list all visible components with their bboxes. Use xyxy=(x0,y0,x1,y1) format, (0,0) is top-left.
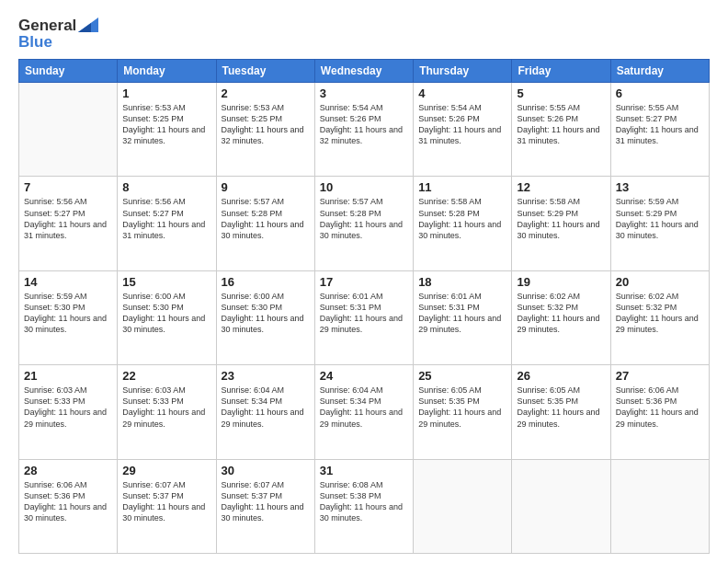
day-number: 5 xyxy=(517,86,605,100)
day-number: 31 xyxy=(320,464,408,477)
day-number: 24 xyxy=(320,369,408,383)
day-number: 17 xyxy=(320,275,408,289)
weekday-header-friday: Friday xyxy=(512,60,610,83)
day-info: Sunrise: 6:04 AMSunset: 5:34 PMDaylight:… xyxy=(320,385,408,430)
day-info: Sunrise: 5:58 AMSunset: 5:29 PMDaylight:… xyxy=(517,196,605,241)
day-cell xyxy=(19,83,118,177)
day-info: Sunrise: 5:59 AMSunset: 5:30 PMDaylight:… xyxy=(24,291,112,336)
logo-general: General xyxy=(18,17,76,35)
day-info: Sunrise: 6:07 AMSunset: 5:37 PMDaylight:… xyxy=(122,479,210,524)
day-cell: 5Sunrise: 5:55 AMSunset: 5:26 PMDaylight… xyxy=(512,83,610,177)
day-number: 9 xyxy=(222,180,310,194)
day-cell: 2Sunrise: 5:53 AMSunset: 5:25 PMDaylight… xyxy=(216,83,314,177)
day-info: Sunrise: 6:04 AMSunset: 5:34 PMDaylight:… xyxy=(222,385,310,430)
day-cell: 14Sunrise: 5:59 AMSunset: 5:30 PMDayligh… xyxy=(19,270,118,364)
day-number: 30 xyxy=(222,464,310,477)
day-number: 25 xyxy=(418,369,506,383)
day-info: Sunrise: 6:01 AMSunset: 5:31 PMDaylight:… xyxy=(418,291,506,336)
day-number: 6 xyxy=(616,86,704,100)
day-cell: 12Sunrise: 5:58 AMSunset: 5:29 PMDayligh… xyxy=(512,177,610,270)
day-cell: 17Sunrise: 6:01 AMSunset: 5:31 PMDayligh… xyxy=(314,270,413,364)
day-cell: 18Sunrise: 6:01 AMSunset: 5:31 PMDayligh… xyxy=(414,270,512,364)
day-number: 20 xyxy=(616,275,704,289)
week-row-4: 21Sunrise: 6:03 AMSunset: 5:33 PMDayligh… xyxy=(19,365,710,459)
day-cell: 8Sunrise: 5:56 AMSunset: 5:27 PMDaylight… xyxy=(118,177,216,270)
day-info: Sunrise: 6:02 AMSunset: 5:32 PMDaylight:… xyxy=(616,291,704,336)
day-info: Sunrise: 5:57 AMSunset: 5:28 PMDaylight:… xyxy=(222,196,310,241)
day-info: Sunrise: 5:57 AMSunset: 5:28 PMDaylight:… xyxy=(320,196,408,241)
day-cell: 15Sunrise: 6:00 AMSunset: 5:30 PMDayligh… xyxy=(118,270,216,364)
day-info: Sunrise: 6:02 AMSunset: 5:32 PMDaylight:… xyxy=(517,291,605,336)
day-number: 29 xyxy=(122,464,210,477)
day-number: 19 xyxy=(517,275,605,289)
day-cell: 24Sunrise: 6:04 AMSunset: 5:34 PMDayligh… xyxy=(314,365,413,459)
day-cell: 19Sunrise: 6:02 AMSunset: 5:32 PMDayligh… xyxy=(512,270,610,364)
day-cell: 29Sunrise: 6:07 AMSunset: 5:37 PMDayligh… xyxy=(118,459,216,553)
day-cell: 26Sunrise: 6:05 AMSunset: 5:35 PMDayligh… xyxy=(512,365,610,459)
day-cell: 22Sunrise: 6:03 AMSunset: 5:33 PMDayligh… xyxy=(118,365,216,459)
day-info: Sunrise: 6:08 AMSunset: 5:38 PMDaylight:… xyxy=(320,479,408,524)
logo-blue: Blue xyxy=(18,33,52,52)
day-info: Sunrise: 5:55 AMSunset: 5:26 PMDaylight:… xyxy=(517,102,605,147)
weekday-header-thursday: Thursday xyxy=(414,60,512,83)
day-cell xyxy=(610,459,709,553)
day-cell: 3Sunrise: 5:54 AMSunset: 5:26 PMDaylight… xyxy=(314,83,413,177)
day-number: 23 xyxy=(222,369,310,383)
day-info: Sunrise: 5:56 AMSunset: 5:27 PMDaylight:… xyxy=(24,196,112,241)
day-cell: 1Sunrise: 5:53 AMSunset: 5:25 PMDaylight… xyxy=(118,83,216,177)
day-info: Sunrise: 6:07 AMSunset: 5:37 PMDaylight:… xyxy=(222,479,310,524)
day-info: Sunrise: 6:01 AMSunset: 5:31 PMDaylight:… xyxy=(320,291,408,336)
day-cell: 23Sunrise: 6:04 AMSunset: 5:34 PMDayligh… xyxy=(216,365,314,459)
day-info: Sunrise: 6:05 AMSunset: 5:35 PMDaylight:… xyxy=(418,385,506,430)
day-number: 12 xyxy=(517,180,605,194)
day-info: Sunrise: 5:53 AMSunset: 5:25 PMDaylight:… xyxy=(122,102,210,147)
day-cell: 30Sunrise: 6:07 AMSunset: 5:37 PMDayligh… xyxy=(216,459,314,553)
day-number: 16 xyxy=(222,275,310,289)
day-number: 2 xyxy=(222,86,310,100)
day-number: 28 xyxy=(24,464,112,477)
week-row-2: 7Sunrise: 5:56 AMSunset: 5:27 PMDaylight… xyxy=(19,177,710,270)
day-info: Sunrise: 5:53 AMSunset: 5:25 PMDaylight:… xyxy=(222,102,310,147)
day-info: Sunrise: 6:05 AMSunset: 5:35 PMDaylight:… xyxy=(517,385,605,430)
week-row-3: 14Sunrise: 5:59 AMSunset: 5:30 PMDayligh… xyxy=(19,270,710,364)
day-info: Sunrise: 5:55 AMSunset: 5:27 PMDaylight:… xyxy=(616,102,704,147)
day-cell: 21Sunrise: 6:03 AMSunset: 5:33 PMDayligh… xyxy=(19,365,118,459)
day-cell: 4Sunrise: 5:54 AMSunset: 5:26 PMDaylight… xyxy=(414,83,512,177)
weekday-header-wednesday: Wednesday xyxy=(314,60,413,83)
weekday-header-saturday: Saturday xyxy=(610,60,709,83)
day-cell: 25Sunrise: 6:05 AMSunset: 5:35 PMDayligh… xyxy=(414,365,512,459)
weekday-header-sunday: Sunday xyxy=(19,60,118,83)
header: General Blue xyxy=(18,17,710,52)
day-cell: 13Sunrise: 5:59 AMSunset: 5:29 PMDayligh… xyxy=(610,177,709,270)
day-cell xyxy=(414,459,512,553)
day-number: 8 xyxy=(122,180,210,194)
day-info: Sunrise: 5:56 AMSunset: 5:27 PMDaylight:… xyxy=(122,196,210,241)
day-info: Sunrise: 5:54 AMSunset: 5:26 PMDaylight:… xyxy=(320,102,408,147)
day-number: 1 xyxy=(122,86,210,100)
day-cell: 16Sunrise: 6:00 AMSunset: 5:30 PMDayligh… xyxy=(216,270,314,364)
day-number: 21 xyxy=(24,369,112,383)
weekday-header-monday: Monday xyxy=(118,60,216,83)
day-number: 27 xyxy=(616,369,704,383)
day-info: Sunrise: 5:54 AMSunset: 5:26 PMDaylight:… xyxy=(418,102,506,147)
day-cell: 10Sunrise: 5:57 AMSunset: 5:28 PMDayligh… xyxy=(314,177,413,270)
day-info: Sunrise: 6:06 AMSunset: 5:36 PMDaylight:… xyxy=(616,385,704,430)
day-cell: 28Sunrise: 6:06 AMSunset: 5:36 PMDayligh… xyxy=(19,459,118,553)
day-number: 13 xyxy=(616,180,704,194)
logo-icon xyxy=(78,17,98,32)
day-info: Sunrise: 6:06 AMSunset: 5:36 PMDaylight:… xyxy=(24,479,112,524)
day-cell xyxy=(512,459,610,553)
day-number: 14 xyxy=(24,275,112,289)
week-row-5: 28Sunrise: 6:06 AMSunset: 5:36 PMDayligh… xyxy=(19,459,710,553)
page: General Blue SundayMondayTuesdayWednesda… xyxy=(0,0,728,563)
day-number: 4 xyxy=(418,86,506,100)
day-number: 11 xyxy=(418,180,506,194)
day-cell: 20Sunrise: 6:02 AMSunset: 5:32 PMDayligh… xyxy=(610,270,709,364)
day-number: 15 xyxy=(122,275,210,289)
day-number: 3 xyxy=(320,86,408,100)
day-info: Sunrise: 6:00 AMSunset: 5:30 PMDaylight:… xyxy=(222,291,310,336)
day-number: 7 xyxy=(24,180,112,194)
weekday-header-row: SundayMondayTuesdayWednesdayThursdayFrid… xyxy=(19,60,710,83)
day-info: Sunrise: 6:00 AMSunset: 5:30 PMDaylight:… xyxy=(122,291,210,336)
day-cell: 11Sunrise: 5:58 AMSunset: 5:28 PMDayligh… xyxy=(414,177,512,270)
